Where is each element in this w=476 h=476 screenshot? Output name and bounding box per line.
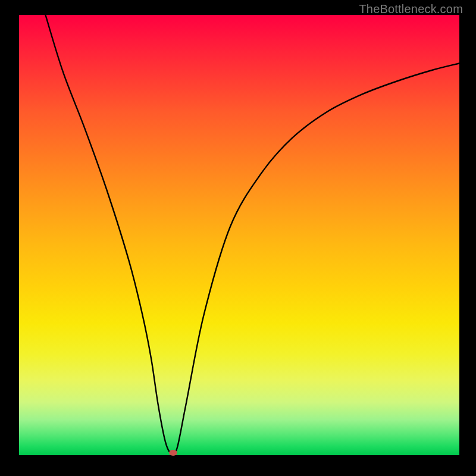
watermark-text: TheBottleneck.com: [359, 2, 463, 16]
chart-frame: TheBottleneck.com: [0, 0, 476, 476]
minimum-marker-dot: [169, 450, 177, 456]
bottleneck-curve: [19, 15, 459, 455]
plot-area: [19, 15, 459, 455]
